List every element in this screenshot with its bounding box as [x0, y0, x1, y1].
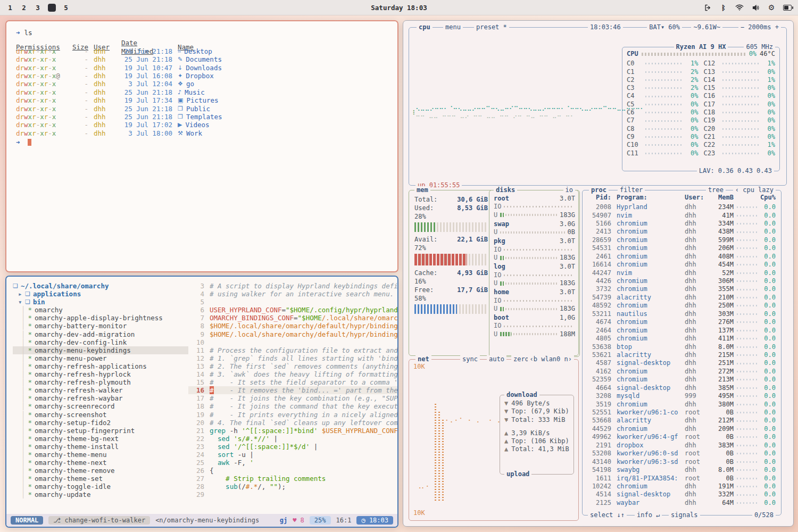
- process-row[interactable]: 53638 btop dhh 8.0M 0.0: [588, 343, 776, 351]
- tree-folder[interactable]: ▸❏applications: [13, 290, 188, 298]
- workspace-1[interactable]: 1: [6, 4, 14, 12]
- tab-menu[interactable]: menu: [443, 23, 463, 31]
- process-row[interactable]: 49962 kworker/u96:4-gf root 0B 0.0: [588, 433, 776, 441]
- process-row[interactable]: 5166 chromium dhh 334M 0.0: [588, 220, 776, 228]
- tree-folder[interactable]: ▾❏bin: [13, 298, 188, 306]
- process-row[interactable]: 3732 chromium dhh 355M 0.0: [588, 285, 776, 293]
- file-go[interactable]: ❖go: [178, 80, 388, 88]
- process-row[interactable]: 54907 nvim dhh 41M 0.0: [588, 211, 776, 219]
- file-public[interactable]: ❒Public: [178, 105, 388, 113]
- update-interval[interactable]: − 2000ms +: [738, 23, 781, 31]
- tab-preset[interactable]: preset *: [474, 23, 509, 31]
- tree-file[interactable]: │*omarchy-theme-set: [13, 475, 188, 483]
- tree-file[interactable]: │*omarchy-theme-install: [13, 443, 188, 451]
- bluetooth-icon[interactable]: ᛒ: [719, 3, 728, 12]
- tab-filter[interactable]: filter: [618, 186, 645, 194]
- process-row[interactable]: 43140 kworker/u96:3-sd root 0B 0.0: [588, 458, 776, 466]
- file-desktop[interactable]: ⌗Desktop: [178, 47, 388, 55]
- logout-icon[interactable]: [703, 3, 712, 12]
- process-row[interactable]: 4805 chromium dhh 411M 0.0: [588, 335, 776, 343]
- tree-file[interactable]: │*omarchy-apple-display-brightness: [13, 314, 188, 322]
- git-branch[interactable]: ⎇ change-wofi-to-walker: [48, 516, 150, 525]
- process-row[interactable]: 4514 signal-desktop dhh 332M 0.0: [588, 491, 776, 498]
- footer-select[interactable]: select ↓↑: [588, 511, 627, 519]
- file-dropbox[interactable]: ✦Dropbox: [178, 72, 388, 80]
- file-downloads[interactable]: ↓Downloads: [178, 64, 388, 72]
- tree-file[interactable]: │*omarchy-refresh-applications: [13, 362, 188, 370]
- tree-file[interactable]: │*omarchy-toggle-idle: [13, 483, 188, 491]
- process-row[interactable]: 2461 chromium dhh 408M 0.0: [588, 253, 776, 261]
- file-work[interactable]: ⚒Work: [178, 129, 388, 137]
- process-row[interactable]: 53668 alacritty dhh 212M 0.0: [588, 417, 776, 425]
- tree-file[interactable]: │*omarchy-theme-remove: [13, 467, 188, 475]
- process-row[interactable]: 44529 chromium dhh 209M 0.0: [588, 425, 776, 433]
- tree-root[interactable]: ❏~/.local/share/omarchy: [13, 282, 188, 290]
- tab-mem[interactable]: mem: [414, 186, 430, 194]
- tab-io[interactable]: io: [563, 186, 575, 194]
- tab-tree[interactable]: tree: [706, 186, 726, 194]
- new-prompt-line[interactable]: ➜: [16, 138, 388, 146]
- tab-proc[interactable]: proc: [589, 186, 609, 194]
- tree-file[interactable]: │*omarchy: [13, 306, 188, 314]
- process-row[interactable]: 3519 chromium dhh 380M 0.0: [588, 401, 776, 409]
- workspace-4[interactable]: [48, 4, 56, 12]
- tab-cpu-lazy[interactable]: ‹ cpu lazy: [733, 186, 776, 194]
- tree-file[interactable]: │*omarchy-dev-add-migration: [13, 330, 188, 338]
- col-pid[interactable]: Pid:: [588, 194, 611, 202]
- process-row[interactable]: 2125 waybar dhh 64M 0.0: [588, 499, 776, 507]
- file-videos[interactable]: ▶Videos: [178, 121, 388, 129]
- tree-file[interactable]: │*omarchy-refresh-waybar: [13, 394, 188, 402]
- workspace-5[interactable]: 5: [62, 4, 70, 12]
- process-row[interactable]: 54198 swaybg dhh 8.0M 0.0: [588, 466, 776, 474]
- battery-icon[interactable]: [783, 3, 792, 12]
- process-row[interactable]: 54739 alacritty dhh 210M 0.0: [588, 294, 776, 302]
- tree-file[interactable]: │*omarchy-dev-config-link: [13, 338, 188, 346]
- process-row[interactable]: 53621 alacritty dhh 215M 0.0: [588, 351, 776, 359]
- file-music[interactable]: ♪Music: [178, 88, 388, 96]
- col-cpu-pct[interactable]: Cpu%: [760, 194, 776, 202]
- tab-sync[interactable]: sync: [460, 355, 480, 363]
- tree-file[interactable]: │*omarchy-theme-bg-next: [13, 435, 188, 443]
- process-row[interactable]: 3208 mysqld 999 495M 0.0: [588, 392, 776, 400]
- tree-file[interactable]: │*omarchy-screenshot: [13, 411, 188, 419]
- tree-file[interactable]: │*omarchy-menu-power: [13, 354, 188, 362]
- network-interface[interactable]: ‹b wlan0 n›: [528, 355, 574, 363]
- tree-file[interactable]: │*omarchy-battery-monitor: [13, 322, 188, 330]
- process-row[interactable]: 4587 signal-desktop dhh 251M 0.0: [588, 359, 776, 367]
- process-row[interactable]: 4674 chromium dhh 276M 0.0: [588, 318, 776, 326]
- col-memb[interactable]: MemB: [710, 194, 734, 202]
- workspace-2[interactable]: 2: [20, 4, 28, 12]
- process-row[interactable]: 44247 nvim dhh 52M 0.0: [588, 269, 776, 277]
- tree-file[interactable]: │*omarchy-refresh-walker: [13, 386, 188, 394]
- workspace-3[interactable]: 3: [34, 4, 41, 12]
- process-row[interactable]: 48592 chromium dhh 250M 0.0: [588, 302, 776, 310]
- process-row[interactable]: 1611 irq/81-PIXA3854: root 0B 0.0: [588, 474, 776, 482]
- footer-info[interactable]: info ↵: [635, 511, 662, 519]
- tree-file[interactable]: │*omarchy-update: [13, 491, 188, 498]
- process-row[interactable]: 4664 signal-desktop dhh 385M 0.0: [588, 384, 776, 392]
- editor-window[interactable]: ❏~/.local/share/omarchy▸❏applications▾❏b…: [5, 276, 398, 528]
- settings-icon[interactable]: ⚙: [767, 3, 776, 12]
- process-row[interactable]: 2008 Hyprland dhh 234M 0.0: [588, 203, 776, 211]
- tree-file[interactable]: │*omarchy-theme-next: [13, 459, 188, 467]
- process-row[interactable]: 2191 dropbox dhh 383M 0.0: [588, 442, 776, 450]
- tree-file[interactable]: │*omarchy-setup-fido2: [13, 419, 188, 427]
- tab-disks[interactable]: disks: [494, 186, 517, 194]
- file-documents[interactable]: ✎Documents: [178, 55, 388, 63]
- process-row[interactable]: 28659 chromium dhh 599M 0.0: [588, 236, 776, 244]
- tree-file[interactable]: │*omarchy-menu-keybindings: [13, 346, 188, 354]
- process-row[interactable]: 54531 chromium dhh 206M 0.0: [588, 244, 776, 252]
- process-row[interactable]: 53208 kworker/u96:0-sd root 0B 0.0: [588, 450, 776, 458]
- system-monitor-window[interactable]: cpu menu preset * 18:03:46 BAT▾ 60% ~9.6…: [403, 20, 794, 527]
- file-pictures[interactable]: ▣Pictures: [178, 96, 388, 104]
- process-row[interactable]: 4426 chromium dhh 306M 0.0: [588, 277, 776, 285]
- terminal-window[interactable]: ➜ ls Permissions Size User Date Modified…: [5, 20, 398, 272]
- process-row[interactable]: 53211 nautilus dhh 303M 0.0: [588, 310, 776, 318]
- process-row[interactable]: 52551 kworker/u96:1-co root 0B 0.0: [588, 409, 776, 417]
- col-proc-user[interactable]: User:: [685, 194, 710, 202]
- col-program[interactable]: Program:: [611, 194, 685, 202]
- tree-file[interactable]: │*omarchy-refresh-hyprlock: [13, 370, 188, 378]
- code-pane[interactable]: 3# A script to display Hyprland keybindi…: [188, 277, 397, 514]
- file-templates[interactable]: ❐Templates: [178, 113, 388, 121]
- tree-file[interactable]: │*omarchy-screenrecord: [13, 402, 188, 410]
